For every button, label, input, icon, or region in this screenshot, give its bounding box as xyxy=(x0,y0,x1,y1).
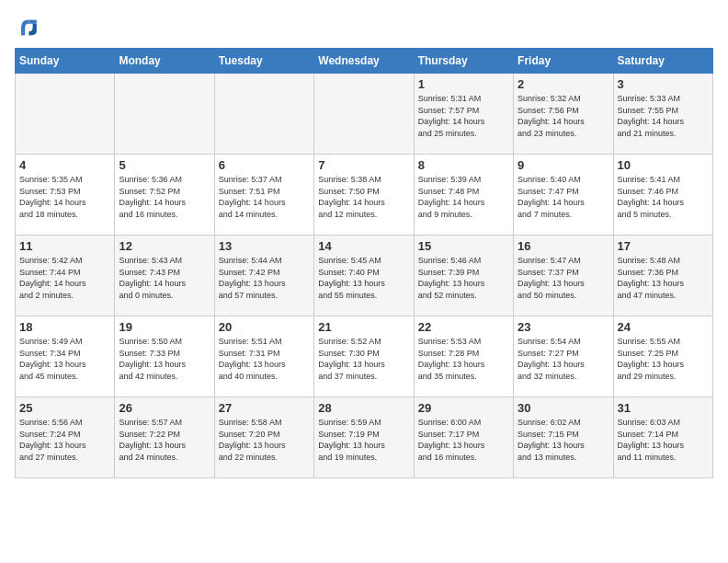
calendar-cell: 19Sunrise: 5:50 AM Sunset: 7:33 PM Dayli… xyxy=(115,316,214,397)
calendar-cell: 21Sunrise: 5:52 AM Sunset: 7:30 PM Dayli… xyxy=(314,316,414,397)
calendar-cell: 10Sunrise: 5:41 AM Sunset: 7:46 PM Dayli… xyxy=(613,155,712,236)
day-number: 1 xyxy=(418,77,509,91)
day-number: 6 xyxy=(219,158,310,172)
day-number: 20 xyxy=(219,320,310,334)
day-number: 18 xyxy=(19,320,110,334)
day-info: Sunrise: 5:49 AM Sunset: 7:34 PM Dayligh… xyxy=(19,336,110,382)
calendar-week-5: 25Sunrise: 5:56 AM Sunset: 7:24 PM Dayli… xyxy=(16,397,713,478)
day-number: 3 xyxy=(618,77,709,91)
day-info: Sunrise: 5:33 AM Sunset: 7:55 PM Dayligh… xyxy=(618,93,709,139)
calendar-cell: 30Sunrise: 6:02 AM Sunset: 7:15 PM Dayli… xyxy=(514,397,613,478)
calendar-cell: 27Sunrise: 5:58 AM Sunset: 7:20 PM Dayli… xyxy=(214,397,313,478)
day-number: 16 xyxy=(518,239,609,253)
day-number: 19 xyxy=(119,320,210,334)
calendar-cell: 23Sunrise: 5:54 AM Sunset: 7:27 PM Dayli… xyxy=(514,316,613,397)
calendar-cell: 13Sunrise: 5:44 AM Sunset: 7:42 PM Dayli… xyxy=(214,236,313,316)
day-info: Sunrise: 5:52 AM Sunset: 7:30 PM Dayligh… xyxy=(318,336,409,382)
day-info: Sunrise: 5:32 AM Sunset: 7:56 PM Dayligh… xyxy=(518,93,609,139)
day-number: 11 xyxy=(19,239,110,253)
day-info: Sunrise: 5:31 AM Sunset: 7:57 PM Dayligh… xyxy=(418,93,509,139)
calendar-cell: 14Sunrise: 5:45 AM Sunset: 7:40 PM Dayli… xyxy=(314,236,414,316)
calendar-cell: 1Sunrise: 5:31 AM Sunset: 7:57 PM Daylig… xyxy=(414,74,513,155)
day-number: 2 xyxy=(518,77,609,91)
day-info: Sunrise: 5:56 AM Sunset: 7:24 PM Dayligh… xyxy=(19,417,110,463)
calendar-cell: 16Sunrise: 5:47 AM Sunset: 7:37 PM Dayli… xyxy=(514,236,613,316)
day-info: Sunrise: 5:42 AM Sunset: 7:44 PM Dayligh… xyxy=(19,255,110,301)
calendar-cell xyxy=(314,74,414,155)
calendar-cell xyxy=(214,74,313,155)
calendar-cell: 6Sunrise: 5:37 AM Sunset: 7:51 PM Daylig… xyxy=(214,155,313,236)
day-of-week-sunday: Sunday xyxy=(16,49,115,74)
calendar-cell: 18Sunrise: 5:49 AM Sunset: 7:34 PM Dayli… xyxy=(16,316,115,397)
day-number: 8 xyxy=(418,158,509,172)
day-number: 31 xyxy=(618,401,709,415)
day-info: Sunrise: 5:51 AM Sunset: 7:31 PM Dayligh… xyxy=(219,336,310,382)
day-number: 26 xyxy=(119,401,210,415)
day-info: Sunrise: 5:45 AM Sunset: 7:40 PM Dayligh… xyxy=(318,255,409,301)
day-info: Sunrise: 5:59 AM Sunset: 7:19 PM Dayligh… xyxy=(318,417,409,463)
day-info: Sunrise: 5:41 AM Sunset: 7:46 PM Dayligh… xyxy=(618,174,709,220)
day-info: Sunrise: 5:37 AM Sunset: 7:51 PM Dayligh… xyxy=(219,174,310,220)
day-info: Sunrise: 5:48 AM Sunset: 7:36 PM Dayligh… xyxy=(618,255,709,301)
calendar-cell: 2Sunrise: 5:32 AM Sunset: 7:56 PM Daylig… xyxy=(514,74,613,155)
day-number: 28 xyxy=(318,401,409,415)
day-number: 22 xyxy=(418,320,509,334)
day-info: Sunrise: 5:35 AM Sunset: 7:53 PM Dayligh… xyxy=(19,174,110,220)
day-info: Sunrise: 5:44 AM Sunset: 7:42 PM Dayligh… xyxy=(219,255,310,301)
calendar-header: SundayMondayTuesdayWednesdayThursdayFrid… xyxy=(16,49,713,74)
day-number: 24 xyxy=(618,320,709,334)
day-of-week-friday: Friday xyxy=(514,49,613,74)
calendar-cell: 3Sunrise: 5:33 AM Sunset: 7:55 PM Daylig… xyxy=(613,74,712,155)
calendar-cell: 29Sunrise: 6:00 AM Sunset: 7:17 PM Dayli… xyxy=(414,397,513,478)
day-info: Sunrise: 6:03 AM Sunset: 7:14 PM Dayligh… xyxy=(618,417,709,463)
calendar-cell: 12Sunrise: 5:43 AM Sunset: 7:43 PM Dayli… xyxy=(115,236,214,316)
day-number: 5 xyxy=(119,158,210,172)
day-number: 4 xyxy=(19,158,110,172)
day-number: 13 xyxy=(219,239,310,253)
day-info: Sunrise: 5:38 AM Sunset: 7:50 PM Dayligh… xyxy=(318,174,409,220)
day-number: 12 xyxy=(119,239,210,253)
day-number: 9 xyxy=(518,158,609,172)
calendar-cell: 4Sunrise: 5:35 AM Sunset: 7:53 PM Daylig… xyxy=(16,155,115,236)
day-number: 23 xyxy=(518,320,609,334)
calendar-cell xyxy=(16,74,115,155)
day-of-week-tuesday: Tuesday xyxy=(214,49,313,74)
day-info: Sunrise: 5:36 AM Sunset: 7:52 PM Dayligh… xyxy=(119,174,210,220)
calendar-cell: 28Sunrise: 5:59 AM Sunset: 7:19 PM Dayli… xyxy=(314,397,414,478)
calendar-week-3: 11Sunrise: 5:42 AM Sunset: 7:44 PM Dayli… xyxy=(16,236,713,316)
calendar-table: SundayMondayTuesdayWednesdayThursdayFrid… xyxy=(15,48,713,478)
calendar-cell xyxy=(115,74,214,155)
day-number: 7 xyxy=(318,158,409,172)
day-of-week-monday: Monday xyxy=(115,49,214,74)
logo-icon xyxy=(15,15,40,40)
calendar-cell: 5Sunrise: 5:36 AM Sunset: 7:52 PM Daylig… xyxy=(115,155,214,236)
day-of-week-saturday: Saturday xyxy=(613,49,712,74)
calendar-cell: 20Sunrise: 5:51 AM Sunset: 7:31 PM Dayli… xyxy=(214,316,313,397)
day-info: Sunrise: 5:39 AM Sunset: 7:48 PM Dayligh… xyxy=(418,174,509,220)
day-of-week-thursday: Thursday xyxy=(414,49,513,74)
day-info: Sunrise: 5:40 AM Sunset: 7:47 PM Dayligh… xyxy=(518,174,609,220)
day-number: 25 xyxy=(19,401,110,415)
calendar-cell: 8Sunrise: 5:39 AM Sunset: 7:48 PM Daylig… xyxy=(414,155,513,236)
day-info: Sunrise: 5:47 AM Sunset: 7:37 PM Dayligh… xyxy=(518,255,609,301)
day-info: Sunrise: 5:43 AM Sunset: 7:43 PM Dayligh… xyxy=(119,255,210,301)
day-number: 27 xyxy=(219,401,310,415)
day-number: 10 xyxy=(618,158,709,172)
day-number: 29 xyxy=(418,401,509,415)
day-number: 15 xyxy=(418,239,509,253)
calendar-cell: 24Sunrise: 5:55 AM Sunset: 7:25 PM Dayli… xyxy=(613,316,712,397)
logo xyxy=(15,15,44,40)
calendar-cell: 15Sunrise: 5:46 AM Sunset: 7:39 PM Dayli… xyxy=(414,236,513,316)
calendar-cell: 7Sunrise: 5:38 AM Sunset: 7:50 PM Daylig… xyxy=(314,155,414,236)
day-number: 30 xyxy=(518,401,609,415)
calendar-cell: 22Sunrise: 5:53 AM Sunset: 7:28 PM Dayli… xyxy=(414,316,513,397)
day-number: 14 xyxy=(318,239,409,253)
calendar-week-4: 18Sunrise: 5:49 AM Sunset: 7:34 PM Dayli… xyxy=(16,316,713,397)
day-info: Sunrise: 6:00 AM Sunset: 7:17 PM Dayligh… xyxy=(418,417,509,463)
day-info: Sunrise: 5:50 AM Sunset: 7:33 PM Dayligh… xyxy=(119,336,210,382)
days-of-week-row: SundayMondayTuesdayWednesdayThursdayFrid… xyxy=(16,49,713,74)
calendar-body: 1Sunrise: 5:31 AM Sunset: 7:57 PM Daylig… xyxy=(16,74,713,478)
day-number: 21 xyxy=(318,320,409,334)
calendar-cell: 25Sunrise: 5:56 AM Sunset: 7:24 PM Dayli… xyxy=(16,397,115,478)
day-number: 17 xyxy=(618,239,709,253)
